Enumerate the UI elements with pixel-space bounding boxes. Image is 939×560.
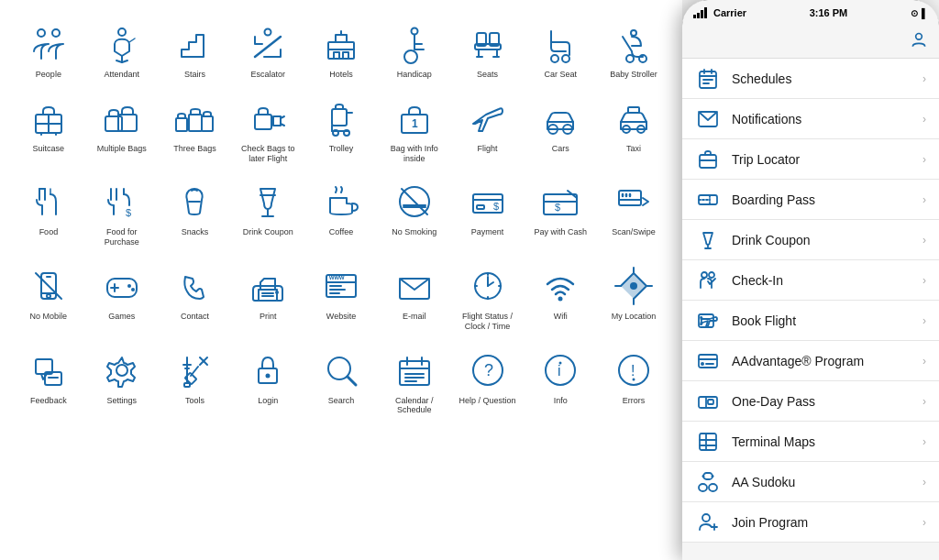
time-label: 3:16 PM [810, 7, 848, 18]
nav-item-notifications[interactable]: Notifications › [682, 99, 939, 139]
svg-text:$: $ [555, 202, 560, 213]
icon-cell-snacks: Snacks [160, 176, 230, 251]
payment-label: Payment [471, 227, 504, 237]
svg-point-15 [411, 28, 417, 35]
svg-point-114 [558, 296, 563, 301]
info-label: Info [554, 396, 568, 406]
website-label: Website [326, 312, 356, 322]
svg-line-137 [348, 377, 356, 385]
login-label: Login [258, 396, 278, 406]
escalator-label: Escalator [250, 70, 285, 80]
taxi-label: Taxi [626, 144, 641, 154]
search-label: Search [328, 396, 355, 406]
status-icons: ⊙ ▌ [911, 8, 928, 18]
icon-cell-search: Search [306, 345, 376, 420]
svg-point-97 [275, 291, 279, 294]
aadvantage-nav-label: AAdvantage® Program [732, 354, 864, 368]
trolley-icon [319, 96, 363, 140]
wifi-label: Wifi [554, 312, 568, 322]
svg-rect-55 [628, 107, 639, 113]
nav-item-aa-sudoku[interactable]: AA Sudoku › [682, 462, 939, 502]
nav-list: Schedules › Notifications › Trip Locator… [682, 59, 939, 543]
wifi-icon [538, 264, 582, 308]
aa-sudoku-nav-icon [695, 469, 721, 495]
svg-rect-161 [700, 155, 716, 168]
svg-point-149 [559, 361, 562, 364]
svg-rect-11 [336, 35, 347, 42]
nav-item-join-program[interactable]: Join Program › [682, 502, 939, 543]
svg-text:1: 1 [412, 117, 418, 130]
no-smoking-icon [392, 180, 436, 224]
icon-cell-my-location: My Location [599, 260, 668, 335]
join-program-nav-icon [695, 510, 721, 535]
svg-point-123 [116, 365, 127, 376]
check-in-nav-label: Check-In [732, 273, 783, 288]
chevron-right-icon-4: › [922, 193, 926, 206]
location-icon: ⊙ [911, 8, 918, 18]
svg-text:www: www [328, 274, 345, 280]
pay-cash-icon: $ [538, 180, 582, 224]
icon-cell-baby-stroller: Baby Stroller [599, 18, 668, 83]
svg-point-153 [916, 33, 922, 39]
phone-screen: Schedules › Notifications › Trip Locator… [682, 26, 939, 560]
book-flight-nav-icon [695, 308, 721, 334]
svg-text:i: i [558, 363, 561, 379]
svg-rect-13 [334, 52, 339, 59]
nav-item-terminal-maps[interactable]: Terminal Maps › [682, 422, 939, 462]
food-purchase-label: Food for Purchase [90, 227, 154, 247]
icon-cell-hotels: Hotels [306, 18, 376, 83]
coffee-label: Coffee [329, 227, 353, 237]
info-icon: i [538, 348, 582, 392]
baby-stroller-icon [612, 22, 656, 66]
icon-cell-food: Food [14, 176, 83, 251]
chevron-right-icon: › [922, 72, 926, 85]
nav-item-book-flight[interactable]: Book Flight › [682, 301, 939, 341]
icon-cell-no-mobile: No Mobile [14, 260, 83, 335]
no-smoking-label: No Smoking [392, 227, 436, 237]
svg-rect-185 [709, 484, 717, 491]
nav-item-check-in[interactable]: Check-In › [682, 260, 939, 301]
cars-icon [538, 96, 582, 140]
icon-cell-drink-coupon: Drink Coupon [233, 176, 303, 251]
svg-point-4 [118, 28, 126, 36]
chevron-right-icon-5: › [922, 234, 926, 247]
drink-coupon-nav-icon [695, 227, 721, 253]
chevron-right-icon-9: › [922, 395, 926, 408]
nav-item-boarding-pass[interactable]: Boarding Pass › [682, 180, 939, 220]
cars-label: Cars [552, 144, 569, 154]
scan-swipe-label: Scan/Swipe [612, 227, 656, 237]
flight-label: Flight [478, 144, 498, 154]
icon-cell-payment: $ Payment [453, 176, 523, 251]
icon-cell-flight-status: Flight Status / Clock / Time [453, 260, 523, 335]
svg-text:?: ? [484, 361, 493, 379]
icon-cell-suitcase: Suitcase [14, 93, 83, 168]
nav-item-drink-coupon[interactable]: Drink Coupon › [682, 220, 939, 260]
help-label: Help / Question [459, 396, 516, 406]
icon-grid: People Attendant Stairs Escalator Hotels [9, 18, 673, 419]
no-mobile-icon [27, 264, 71, 308]
chevron-right-icon-8: › [922, 355, 926, 368]
icon-cell-games: Games [87, 260, 157, 335]
boarding-pass-nav-icon [695, 187, 721, 213]
icon-cell-flight: Flight [453, 93, 523, 168]
schedules-nav-label: Schedules [732, 71, 791, 86]
baby-stroller-label: Baby Stroller [610, 70, 657, 80]
help-icon: ? [466, 348, 510, 392]
print-label: Print [260, 312, 277, 322]
aadvantage-nav-icon [695, 348, 721, 374]
nav-item-trip-locator[interactable]: Trip Locator › [682, 139, 939, 180]
icon-cell-scan-swipe: Scan/Swipe [599, 176, 668, 251]
chevron-right-icon-10: › [922, 435, 926, 448]
email-label: E-mail [403, 312, 426, 322]
nav-item-one-day-pass[interactable]: One-Day Pass › [682, 381, 939, 422]
icon-cell-bag-info: 1 Bag with Info inside [380, 93, 449, 168]
svg-point-1 [52, 29, 60, 37]
svg-text:$: $ [126, 207, 131, 218]
svg-text:!: ! [631, 363, 635, 379]
food-label: Food [39, 227, 59, 237]
stairs-label: Stairs [184, 70, 205, 80]
nav-item-schedules[interactable]: Schedules › [682, 59, 939, 99]
check-bags-label: Check Bags to later Flight [236, 144, 300, 164]
nav-item-aadvantage[interactable]: AAdvantage® Program › [682, 341, 939, 381]
food-icon [27, 180, 71, 224]
